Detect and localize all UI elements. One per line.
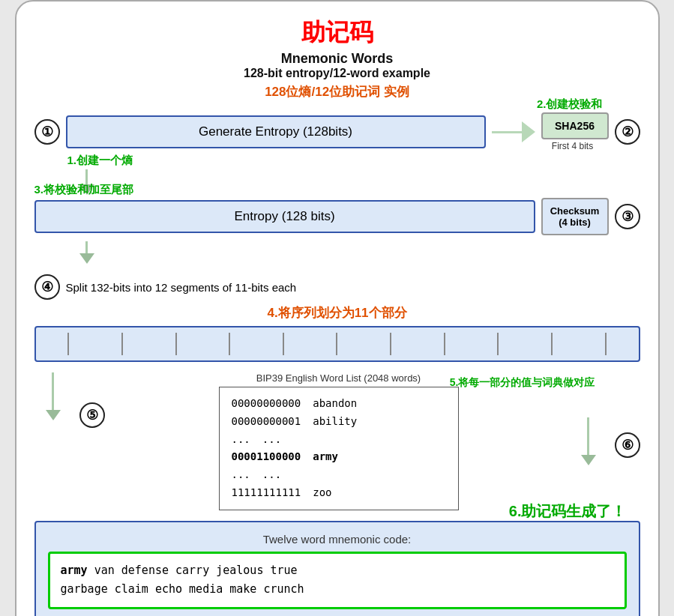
mnemonic-box: army van defense carry jealous true garb…: [48, 552, 627, 609]
label-3: 3.将校验和加至尾部: [34, 183, 134, 197]
word-row-army: 00001100000 army: [232, 448, 446, 466]
mnemonic-word-bold: army: [61, 564, 88, 577]
word-dots1: ...: [262, 431, 281, 449]
divider-8: [444, 333, 445, 355]
word-row-dots1: ... ...: [232, 431, 446, 449]
sha256-label: SHA256: [547, 120, 603, 132]
binary-army: 00001100000: [232, 448, 301, 466]
word-row-zoo: 11111111111 zoo: [232, 484, 446, 502]
entropy-generate-box: Generate Entropy (128bits): [66, 115, 486, 148]
word-2: ability: [313, 413, 357, 431]
main-card: 助记码 Mnemonic Words 128-bit entropy/12-wo…: [15, 0, 660, 616]
binary-1: 00000000000: [232, 395, 301, 413]
binary-zoo: 11111111111: [232, 484, 301, 502]
row-entropy-checksum: 3.将校验和加至尾部 Entropy (128 bits) Checksum(4…: [34, 198, 640, 235]
label-1: 1.创建一个熵: [67, 154, 133, 168]
divider-10: [551, 333, 553, 355]
binary-2: 00000000001: [232, 413, 301, 431]
label-4-cn: 4.将序列划分为11个部分: [34, 304, 640, 321]
row-wordlist: ⑤ BIP39 English Word List (2048 words) 0…: [34, 372, 640, 510]
divider-2: [121, 333, 123, 355]
word-dots2: ...: [262, 466, 281, 484]
word-list-container: BIP39 English Word List (2048 words) 000…: [115, 372, 562, 510]
divider-5: [283, 333, 284, 355]
word-1: abandon: [313, 395, 357, 413]
divider-3: [175, 333, 177, 355]
divider-11: [605, 333, 607, 355]
word-army: army: [313, 448, 338, 466]
binary-dots1: ...: [232, 431, 250, 449]
step-1-circle: ①: [34, 119, 60, 145]
checksum-label: Checksum(4 bits): [547, 205, 603, 228]
label-6-cn: 6.助记码生成了！: [509, 501, 627, 522]
split-description: Split 132-bits into 12 segments of 11-bi…: [66, 281, 297, 294]
label-5-cn: 5.将每一部分的值与词典做对应: [450, 376, 595, 390]
bits-strip: [34, 326, 640, 362]
mnemonic-line2: garbage claim echo media make crunch: [61, 582, 304, 596]
word-row-1: 00000000000 abandon: [232, 395, 446, 413]
divider-7: [390, 333, 391, 355]
step-5-circle: ⑤: [79, 402, 105, 428]
binary-dots2: ...: [232, 466, 250, 484]
divider-4: [229, 333, 230, 355]
word-zoo: zoo: [313, 484, 331, 502]
row-mnemonic-output: 6.助记码生成了！ Twelve word mnemonic code: arm…: [34, 521, 640, 616]
title-en1: Mnemonic Words: [34, 51, 640, 67]
step-6-circle: ⑥: [615, 432, 640, 458]
step-3-circle: ③: [615, 204, 640, 229]
divider-9: [497, 333, 499, 355]
entropy-128-box: Entropy (128 bits): [34, 200, 535, 233]
row-entropy-sha: 2.创建校验和 ① Generate Entropy (128bits) SHA…: [34, 112, 640, 151]
label-2: 2.创建校验和: [537, 97, 603, 112]
sha256-box: SHA256: [541, 112, 609, 139]
row-split-desc: ④ Split 132-bits into 12 segments of 11-…: [34, 274, 640, 300]
checksum-box: Checksum(4 bits): [541, 198, 609, 235]
first4bits-label: First 4 bits: [552, 141, 593, 151]
arrow-down-2: [34, 241, 640, 264]
title-cn: 助记码: [34, 16, 640, 49]
step-4-circle: ④: [34, 274, 60, 300]
title-en2: 128-bit entropy/12-word example: [34, 67, 640, 80]
mnemonic-rest-line1: van defense carry jealous true: [88, 564, 298, 577]
word-row-dots2: ... ...: [232, 466, 446, 484]
divider-6: [336, 333, 337, 355]
word-list-box: 00000000000 abandon 00000000001 ability …: [219, 387, 459, 510]
step-2-circle: ②: [615, 119, 640, 145]
word-row-2: 00000000001 ability: [232, 413, 446, 431]
divider-1: [67, 333, 69, 355]
twelve-word-label: Twelve word mnemonic code:: [48, 533, 627, 546]
